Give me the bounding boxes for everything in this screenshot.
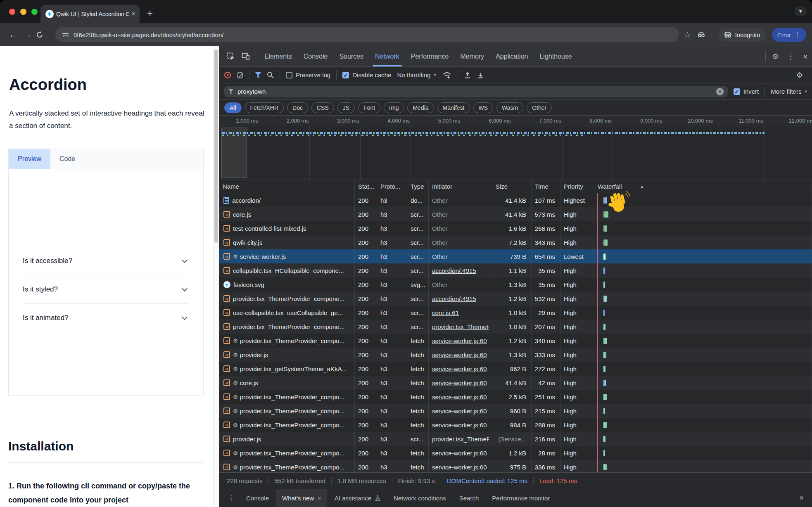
filter-chip-other[interactable]: Other	[527, 102, 552, 113]
request-name-cell[interactable]: ‹›test-controlled-list-mixed.js	[219, 221, 355, 235]
request-name-cell[interactable]: ‹›⚙provider.tsx_getSystemTheme_aKkA...	[219, 362, 355, 376]
filter-chip-wasm[interactable]: Wasm	[496, 102, 523, 113]
request-name-cell[interactable]: ‹›⚙core.js	[219, 376, 355, 390]
devtools-tab-elements[interactable]: Elements	[259, 46, 298, 66]
filter-chip-manifest[interactable]: Manifest	[437, 102, 470, 113]
devtools-tab-sources[interactable]: Sources	[333, 46, 369, 66]
column-header-stat[interactable]: Stat...	[355, 180, 377, 193]
url-text[interactable]: 0f6e2f0b.qwik-ui-site.pages.dev/docs/sty…	[74, 31, 224, 38]
tab-close-icon[interactable]: ×	[131, 10, 135, 18]
page-scrollbar[interactable]	[213, 46, 219, 507]
import-har-icon[interactable]	[464, 71, 471, 79]
filter-chip-fetch-xhr[interactable]: Fetch/XHR	[245, 102, 284, 113]
column-header-initiator[interactable]: Initiator	[429, 180, 492, 193]
inspect-element-icon[interactable]	[223, 46, 238, 66]
request-name-cell[interactable]: ‹›⚙provider.tsx_ThemeProvider_compo...	[219, 390, 355, 404]
network-settings-gear-icon[interactable]: ⚙	[792, 71, 807, 80]
request-name-cell[interactable]: ‹›⚙provider.tsx_ThemeProvider_compo...	[219, 418, 355, 432]
filter-chip-doc[interactable]: Doc	[287, 102, 308, 113]
request-name-cell[interactable]: ‹›qwik-city.js	[219, 235, 355, 249]
initiator-link[interactable]: provider.tsx_ThemeP	[432, 323, 489, 330]
table-row[interactable]: ‹›use-collapsible.tsx_useCollapsible_ge.…	[219, 306, 812, 320]
checkbox-checked-icon[interactable]: ✓	[342, 72, 349, 78]
drawer-tab-performance-monitor[interactable]: Performance monitor	[486, 489, 556, 507]
initiator-link[interactable]: service-worker.js:60	[432, 379, 487, 386]
devtools-tab-performance[interactable]: Performance	[405, 46, 455, 66]
more-filters-dropdown[interactable]: More filters ▾	[771, 88, 807, 95]
request-name-cell[interactable]: ‹›provider.tsx_ThemeProvider_compone...	[219, 291, 355, 306]
drawer-tab-close-icon[interactable]: ×	[318, 495, 321, 502]
column-header-name[interactable]: Name	[219, 180, 355, 193]
network-conditions-icon[interactable]	[442, 71, 452, 79]
column-header-type[interactable]: Type	[407, 180, 429, 193]
table-row[interactable]: ‹›qwik-city.js200h3scr...Other7.2 kB343 …	[219, 235, 812, 249]
devtools-tab-memory[interactable]: Memory	[454, 46, 490, 66]
tab-code[interactable]: Code	[50, 149, 84, 169]
drawer-tab-ai-assistance[interactable]: AI assistance	[329, 489, 386, 507]
page-scrollbar-thumb[interactable]	[214, 50, 218, 243]
table-row[interactable]: ‹›⚙provider.tsx_ThemeProvider_compo...20…	[219, 334, 812, 348]
request-name-cell[interactable]: accordion/	[219, 193, 355, 207]
request-name-cell[interactable]: ‹›⚙provider.tsx_ThemeProvider_compo...	[219, 460, 355, 472]
initiator-link[interactable]: service-worker.js:60	[432, 337, 487, 344]
filter-chip-ws[interactable]: WS	[473, 102, 494, 113]
status-bar-item[interactable]: Load: 125 ms	[533, 477, 583, 484]
accordion-trigger[interactable]: Is it animated?	[23, 304, 189, 332]
drawer-kebab-menu-icon[interactable]: ⋮	[223, 494, 239, 502]
throttling-dropdown[interactable]: No throttling ▾	[397, 71, 436, 78]
site-info-icon[interactable]	[62, 31, 69, 38]
back-icon[interactable]: ←	[6, 30, 21, 40]
request-name-cell[interactable]: ‹›use-collapsible.tsx_useCollapsible_ge.…	[219, 306, 355, 320]
column-header-priority[interactable]: Priority	[560, 180, 594, 193]
devtools-tab-console[interactable]: Console	[298, 46, 334, 66]
close-window-button[interactable]	[9, 9, 15, 15]
filter-input[interactable]: proxytown ×	[224, 86, 728, 97]
device-toolbar-icon[interactable]	[238, 46, 253, 66]
request-name-cell[interactable]: ‹›⚙provider.tsx_ThemeProvider_compo...	[219, 334, 355, 348]
devtools-close-icon[interactable]: ×	[799, 46, 812, 66]
network-overview[interactable]	[219, 126, 812, 180]
browser-tab[interactable]: Qwik UI | Styled Accordion Co ×	[40, 5, 140, 23]
request-name-cell[interactable]: ‹›collapsible.tsx_HCollapsible_compone..…	[219, 263, 355, 277]
checkbox-checked-icon[interactable]: ✓	[734, 88, 740, 95]
request-name-cell[interactable]: favicon.svg	[219, 277, 355, 291]
kebab-menu-icon[interactable]: ⋮	[795, 31, 801, 38]
drawer-tab-what-s-new[interactable]: What's new×	[276, 489, 327, 507]
table-row[interactable]: ‹›⚙core.js200h3fetchservice-worker.js:60…	[219, 376, 812, 390]
maximize-window-button[interactable]	[31, 9, 38, 15]
filter-icon[interactable]	[255, 72, 261, 78]
devtools-tab-network[interactable]: Network	[369, 46, 405, 66]
request-name-cell[interactable]: ‹›provider.js	[219, 432, 355, 446]
devtools-tab-application[interactable]: Application	[490, 46, 534, 66]
initiator-link[interactable]: service-worker.js:60	[432, 351, 487, 358]
table-row[interactable]: ‹›⚙provider.tsx_getSystemTheme_aKkA...20…	[219, 362, 812, 376]
initiator-link[interactable]: core.js:61	[432, 309, 459, 316]
disable-cache-checkbox[interactable]: ✓ Disable cache	[342, 71, 391, 78]
initiator-link[interactable]: service-worker.js:60	[432, 450, 487, 457]
table-row[interactable]: ‹›provider.tsx_ThemeProvider_compone...2…	[219, 291, 812, 306]
table-row[interactable]: ‹›⚙provider.tsx_ThemeProvider_compo...20…	[219, 418, 812, 432]
devtools-tab-lighthouse[interactable]: Lighthouse	[534, 46, 577, 66]
accordion-trigger[interactable]: Is it accessible?	[23, 247, 189, 275]
drawer-tab-network-conditions[interactable]: Network conditions	[388, 489, 452, 507]
bookmark-star-icon[interactable]: ☆	[684, 30, 691, 40]
table-row[interactable]: ‹›collapsible.tsx_HCollapsible_compone..…	[219, 263, 812, 277]
status-bar-item[interactable]: DOMContentLoaded: 125 ms	[441, 477, 533, 484]
browser-menu-error-button[interactable]: Error ⋮	[772, 28, 806, 42]
initiator-link[interactable]: service-worker.js:60	[432, 365, 487, 372]
table-row[interactable]: ‹›provider.js200h3scr...provider.tsx_The…	[219, 432, 812, 446]
minimize-window-button[interactable]	[20, 9, 26, 15]
table-row[interactable]: ‹›⚙provider.tsx_ThemeProvider_compo...20…	[219, 404, 812, 418]
request-name-cell[interactable]: ‹›⚙service-worker.js	[219, 249, 355, 263]
address-bar[interactable]: 0f6e2f0b.qwik-ui-site.pages.dev/docs/sty…	[55, 27, 679, 42]
filter-chip-font[interactable]: Font	[358, 102, 380, 113]
initiator-link[interactable]: accordion/:4915	[432, 295, 476, 302]
request-name-cell[interactable]: ‹›⚙provider.tsx_ThemeProvider_compo...	[219, 404, 355, 418]
filter-chip-media[interactable]: Media	[407, 102, 434, 113]
request-name-cell[interactable]: ‹›core.js	[219, 207, 355, 221]
macos-window-controls[interactable]	[9, 9, 38, 15]
column-header-proto[interactable]: Proto...	[377, 180, 407, 193]
devtools-settings-gear-icon[interactable]: ⚙	[768, 46, 783, 66]
tab-preview[interactable]: Preview	[9, 149, 50, 169]
initiator-link[interactable]: accordion/:4915	[432, 267, 476, 274]
